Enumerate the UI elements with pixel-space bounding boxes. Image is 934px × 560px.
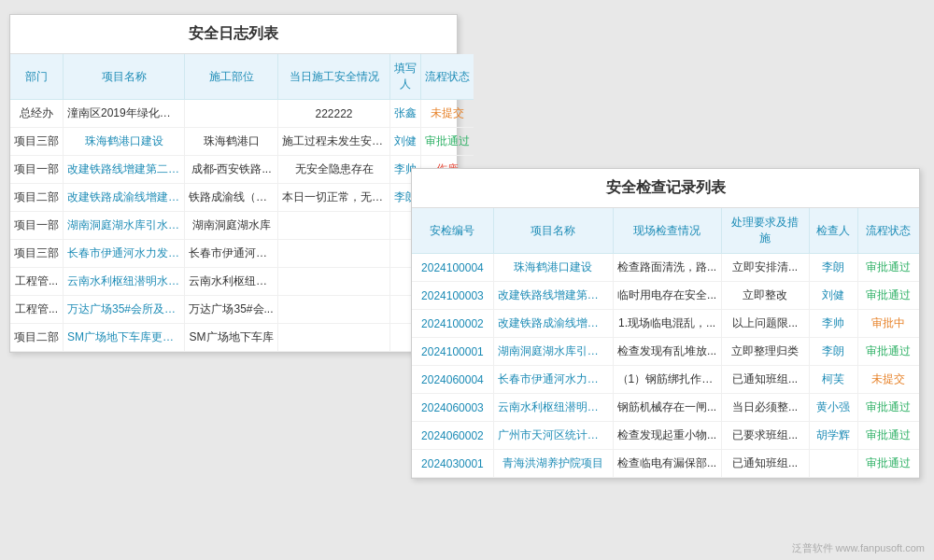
project-name-cell[interactable]: 长春市伊通河水力发电厂... [64,240,185,268]
safety-status-cell [278,268,390,296]
location-cell: SM广场地下车库 [185,324,278,352]
safety-check-table: 安检编号 项目名称 现场检查情况 处理要求及措施 检查人 流程状态 202410… [412,208,919,478]
inspection-cell: 检查路面清洗，路... [613,254,721,282]
inspection-cell: 检查临电有漏保部... [613,450,721,478]
safety-status-cell: 施工过程未发生安全事故... [278,128,390,156]
measures-cell: 已要求班组... [721,422,809,450]
table-row: 2024100002改建铁路成渝线增建第...1.现场临电混乱，...以上问题限… [412,310,919,338]
right-panel: 安全检查记录列表 安检编号 项目名称 现场检查情况 处理要求及措施 检查人 流程… [411,168,920,479]
inspector-cell[interactable]: 李朗 [809,338,857,366]
project-name-cell[interactable]: 云南水利枢纽潜明水库... [493,394,613,422]
table-row: 工程管...万达广场35#会所及咖啡...万达广场35#会... [10,296,474,324]
right-table-header-row: 安检编号 项目名称 现场检查情况 处理要求及措施 检查人 流程状态 [412,208,919,254]
location-cell: 湖南洞庭湖水库 [185,212,278,240]
project-name-cell: 潼南区2019年绿化补贴项... [64,100,185,128]
left-table-header-row: 部门 项目名称 施工部位 当日施工安全情况 填写人 流程状态 [10,54,474,100]
project-name-cell[interactable]: 万达广场35#会所及咖啡... [64,296,185,324]
project-name-cell[interactable]: 珠海鹤港口建设 [64,128,185,156]
right-panel-title: 安全检查记录列表 [412,169,919,208]
col-safety-status: 当日施工安全情况 [278,54,390,100]
dept-cell: 项目三部 [10,128,64,156]
check-id-cell[interactable]: 2024060003 [412,394,493,422]
dept-cell: 项目三部 [10,240,64,268]
project-name-cell[interactable]: 云南水利枢纽潜明水库一... [64,268,185,296]
measures-cell: 以上问题限... [721,310,809,338]
left-panel-title: 安全日志列表 [10,15,457,54]
table-row: 项目三部长春市伊通河水力发电厂...长春市伊通河水... [10,240,474,268]
inspection-cell: 检查发现有乱堆放... [613,338,721,366]
table-row: 总经办潼南区2019年绿化补贴项...222222张鑫未提交 [10,100,474,128]
table-row: 项目二部SM广场地下车库更换摄...SM广场地下车库 [10,324,474,352]
table-row: 2024060002广州市天河区统计局机...检查发现起重小物...已要求班组.… [412,422,919,450]
check-id-cell[interactable]: 2024100001 [412,338,493,366]
check-id-cell[interactable]: 2024100004 [412,254,493,282]
table-row: 项目一部湖南洞庭湖水库引水工程...湖南洞庭湖水库 [10,212,474,240]
project-name-cell[interactable]: 湖南洞庭湖水库引水工... [493,338,613,366]
project-name-cell[interactable]: 广州市天河区统计局机... [493,422,613,450]
table-row: 2024060004长春市伊通河水力发电...（1）钢筋绑扎作业...已通知班组… [412,366,919,394]
project-name-cell[interactable]: 改建铁路成渝线增建第... [493,310,613,338]
check-id-cell[interactable]: 2024060004 [412,366,493,394]
table-row: 项目一部改建铁路线增建第二线直...成都-西安铁路...无安全隐患存在李帅作废 [10,156,474,184]
left-panel: 安全日志列表 部门 项目名称 施工部位 当日施工安全情况 填写人 流程状态 总经… [9,14,458,353]
status-badge: 审批通过 [857,338,919,366]
dept-cell: 总经办 [10,100,64,128]
project-name-cell[interactable]: 改建铁路线增建第二线直... [64,156,185,184]
watermark: 泛普软件 www.fanpusoft.com [792,541,925,555]
inspection-cell: 钢筋机械存在一闸... [613,394,721,422]
project-name-cell[interactable]: 珠海鹤港口建设 [493,254,613,282]
col-process-status: 流程状态 [421,54,474,100]
location-cell: 铁路成渝线（成... [185,184,278,212]
col-dept: 部门 [10,54,64,100]
project-name-cell[interactable]: SM广场地下车库更换摄... [64,324,185,352]
measures-cell: 已通知班组... [721,450,809,478]
inspection-cell: （1）钢筋绑扎作业... [613,366,721,394]
project-name-cell[interactable]: 青海洪湖养护院项目 [493,450,613,478]
safety-status-cell [278,212,390,240]
check-id-cell[interactable]: 2024030001 [412,450,493,478]
writer-cell[interactable]: 张鑫 [390,100,421,128]
inspector-cell[interactable]: 李帅 [809,310,857,338]
col-writer: 填写人 [390,54,421,100]
table-row: 2024030001青海洪湖养护院项目检查临电有漏保部...已通知班组...审批… [412,450,919,478]
dept-cell: 工程管... [10,268,64,296]
table-row: 2024060003云南水利枢纽潜明水库...钢筋机械存在一闸...当日必须整.… [412,394,919,422]
check-id-cell[interactable]: 2024100002 [412,310,493,338]
col-project-name-r: 项目名称 [493,208,613,254]
col-check-id: 安检编号 [412,208,493,254]
table-row: 2024100001湖南洞庭湖水库引水工...检查发现有乱堆放...立即整理归类… [412,338,919,366]
status-badge: 未提交 [421,100,474,128]
measures-cell: 立即整理归类 [721,338,809,366]
status-badge: 审批通过 [857,282,919,310]
project-name-cell[interactable]: 改建铁路成渝线增建第二... [64,184,185,212]
project-name-cell[interactable]: 湖南洞庭湖水库引水工程... [64,212,185,240]
table-row: 2024100004珠海鹤港口建设检查路面清洗，路...立即安排清...李朗审批… [412,254,919,282]
safety-status-cell [278,324,390,352]
safety-status-cell: 222222 [278,100,390,128]
col-location: 施工部位 [185,54,278,100]
table-row: 2024100003改建铁路线增建第二线...临时用电存在安全...立即整改刘健… [412,282,919,310]
safety-status-cell [278,296,390,324]
inspector-cell[interactable]: 柯芙 [809,366,857,394]
inspector-cell[interactable]: 刘健 [809,282,857,310]
inspector-cell[interactable]: 胡学辉 [809,422,857,450]
inspection-cell: 1.现场临电混乱，... [613,310,721,338]
location-cell: 云南水利枢纽潜... [185,268,278,296]
dept-cell: 项目二部 [10,184,64,212]
measures-cell: 立即安排清... [721,254,809,282]
inspector-cell[interactable]: 黄小强 [809,394,857,422]
writer-cell[interactable]: 刘健 [390,128,421,156]
inspector-cell[interactable]: 李朗 [809,254,857,282]
status-badge: 审批通过 [857,450,919,478]
dept-cell: 项目一部 [10,212,64,240]
project-name-cell[interactable]: 长春市伊通河水力发电... [493,366,613,394]
status-badge: 审批通过 [857,254,919,282]
check-id-cell[interactable]: 2024100003 [412,282,493,310]
check-id-cell[interactable]: 2024060002 [412,422,493,450]
measures-cell: 立即整改 [721,282,809,310]
inspection-cell: 检查发现起重小物... [613,422,721,450]
project-name-cell[interactable]: 改建铁路线增建第二线... [493,282,613,310]
dept-cell: 项目二部 [10,324,64,352]
location-cell: 成都-西安铁路... [185,156,278,184]
status-badge: 审批通过 [421,128,474,156]
